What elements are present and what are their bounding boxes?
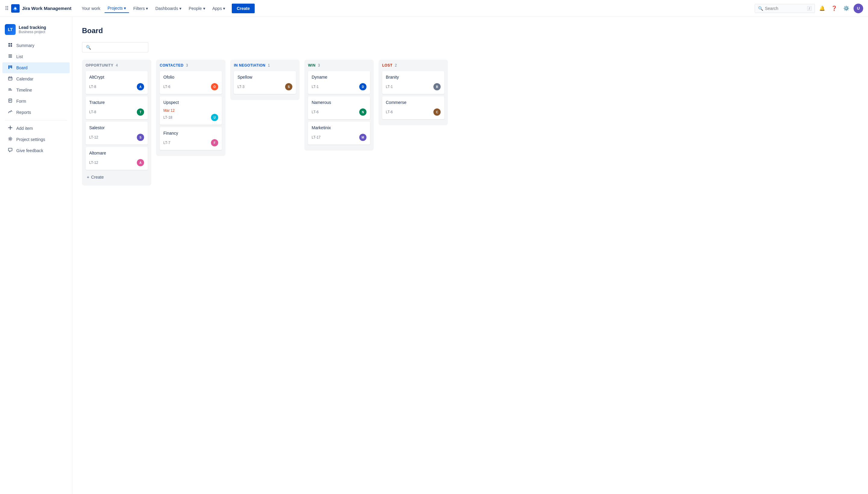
reports-icon	[7, 109, 13, 115]
board-card[interactable]: Salestor LT-12 S	[86, 122, 148, 145]
board-card[interactable]: Branity LT-1 B	[382, 71, 444, 94]
nav-projects[interactable]: Projects ▾	[105, 4, 129, 13]
sidebar-label-give-feedback: Give feedback	[16, 148, 43, 153]
page-title: Board	[82, 26, 858, 35]
card-footer: LT-6 C	[386, 109, 441, 116]
top-navigation: ⠿ Jira Work Management Your work Project…	[0, 0, 868, 17]
help-button[interactable]: ❓	[829, 4, 839, 13]
settings-button[interactable]: ⚙️	[842, 4, 851, 13]
column-label: WIN	[308, 63, 316, 68]
svg-rect-4	[8, 45, 10, 47]
card-avatar: B	[433, 83, 441, 90]
nav-people[interactable]: People ▾	[186, 4, 208, 13]
main-layout: LT Lead tracking Business project Summar…	[0, 17, 868, 494]
sidebar-item-form[interactable]: Form	[2, 96, 70, 107]
card-id: LT-6	[312, 110, 318, 114]
user-avatar[interactable]: U	[853, 4, 863, 13]
board-card[interactable]: Spellow LT-3 S	[234, 71, 296, 94]
card-title: Financy	[163, 131, 218, 136]
board-card[interactable]: Upspect Mar 12 LT-18 U	[160, 96, 222, 125]
card-id: LT-8	[89, 84, 96, 89]
board-card[interactable]: Tracture LT-8 T	[86, 96, 148, 119]
board-icon	[7, 65, 13, 71]
board-search-box[interactable]: 🔍	[82, 42, 148, 52]
card-avatar: O	[211, 83, 218, 90]
sidebar-label-board: Board	[16, 65, 27, 70]
sidebar-item-give-feedback[interactable]: Give feedback	[2, 145, 70, 156]
board-card[interactable]: Ofolio LT-6 O	[160, 71, 222, 94]
project-icon: LT	[5, 24, 16, 35]
column-count: 2	[395, 63, 397, 68]
create-button[interactable]: Create	[232, 4, 255, 13]
card-footer: LT-3 S	[238, 83, 292, 90]
app-logo[interactable]: Jira Work Management	[11, 4, 71, 13]
card-title: Altomare	[89, 151, 144, 155]
nav-filters[interactable]: Filters ▾	[130, 4, 151, 13]
card-avatar: M	[359, 134, 367, 141]
board-card[interactable]: Commerse LT-6 C	[382, 96, 444, 119]
sidebar-item-summary[interactable]: Summary	[2, 40, 70, 51]
sidebar-item-board[interactable]: Board	[2, 62, 70, 73]
project-header: LT Lead tracking Business project	[0, 22, 72, 40]
card-footer: LT-12 S	[89, 134, 144, 141]
board-columns: OPPORTUNITY4 AltCrypt LT-8 A Tracture LT…	[82, 60, 858, 186]
sidebar-item-list[interactable]: List	[2, 51, 70, 62]
sidebar-label-form: Form	[16, 99, 26, 103]
create-card-button[interactable]: +Create	[86, 172, 148, 182]
card-id: LT-12	[89, 135, 98, 139]
svg-rect-7	[8, 56, 12, 56]
grid-icon[interactable]: ⠿	[5, 5, 9, 12]
column-count: 1	[268, 63, 270, 68]
sidebar-item-project-settings[interactable]: Project settings	[2, 134, 70, 145]
chevron-down-icon: ▾	[223, 6, 225, 11]
nav-apps[interactable]: Apps ▾	[209, 4, 228, 13]
svg-rect-8	[8, 57, 12, 58]
sidebar-label-summary: Summary	[16, 43, 34, 48]
card-avatar: A	[137, 83, 144, 90]
board-card[interactable]: AltCrypt LT-8 A	[86, 71, 148, 94]
column-header-in-negotiation: IN NEGOTIATION1	[234, 63, 296, 68]
card-avatar: A	[137, 159, 144, 166]
card-id: LT-1	[386, 84, 393, 89]
sidebar-item-reports[interactable]: Reports	[2, 107, 70, 118]
card-overdue-date: Mar 12	[163, 109, 218, 113]
column-in-negotiation: IN NEGOTIATION1 Spellow LT-3 S	[230, 60, 300, 100]
board-card[interactable]: Marketinix LT-17 M	[308, 122, 370, 145]
card-id: LT-6	[163, 84, 170, 89]
nav-your-work[interactable]: Your work	[79, 4, 104, 13]
column-contacted: CONTACTED3 Ofolio LT-6 O Upspect Mar 12 …	[156, 60, 225, 156]
svg-rect-11	[11, 65, 12, 69]
nav-dashboards[interactable]: Dashboards ▾	[152, 4, 184, 13]
card-id: LT-7	[163, 141, 170, 145]
sidebar-item-add-item[interactable]: Add item	[2, 123, 70, 134]
board-card[interactable]: Dyname LT-1 D	[308, 71, 370, 94]
search-input[interactable]	[765, 6, 805, 11]
board-card[interactable]: Financy LT-7 F	[160, 127, 222, 150]
app-name: Jira Work Management	[22, 6, 71, 11]
card-title: Salestor	[89, 125, 144, 130]
board-search-input[interactable]	[93, 45, 144, 50]
chevron-down-icon: ▾	[179, 6, 181, 11]
board-card[interactable]: Namerous LT-6 N	[308, 96, 370, 119]
card-title: Commerse	[386, 100, 441, 105]
main-content: Board 🔍 OPPORTUNITY4 AltCrypt LT-8 A Tra…	[72, 17, 868, 494]
card-footer: LT-8 A	[89, 83, 144, 90]
sidebar-label-calendar: Calendar	[16, 77, 34, 81]
add-item-icon	[7, 125, 13, 131]
project-info: Lead tracking Business project	[19, 25, 46, 34]
search-box[interactable]: 🔍 /	[755, 4, 815, 13]
column-label: OPPORTUNITY	[86, 63, 113, 68]
sidebar-label-add-item: Add item	[16, 126, 33, 131]
card-avatar: C	[433, 109, 441, 116]
sidebar-item-calendar[interactable]: Calendar	[2, 74, 70, 84]
list-icon	[7, 54, 13, 60]
card-footer: LT-17 M	[312, 134, 367, 141]
sidebar-item-timeline[interactable]: Timeline	[2, 84, 70, 95]
card-title: Branity	[386, 75, 441, 79]
notifications-button[interactable]: 🔔	[817, 4, 827, 13]
board-card[interactable]: Altomare LT-12 A	[86, 147, 148, 170]
card-title: AltCrypt	[89, 75, 144, 79]
chevron-down-icon: ▾	[146, 6, 148, 11]
column-win: WIN3 Dyname LT-1 D Namerous LT-6 N Marke…	[304, 60, 374, 151]
svg-rect-17	[9, 99, 12, 102]
